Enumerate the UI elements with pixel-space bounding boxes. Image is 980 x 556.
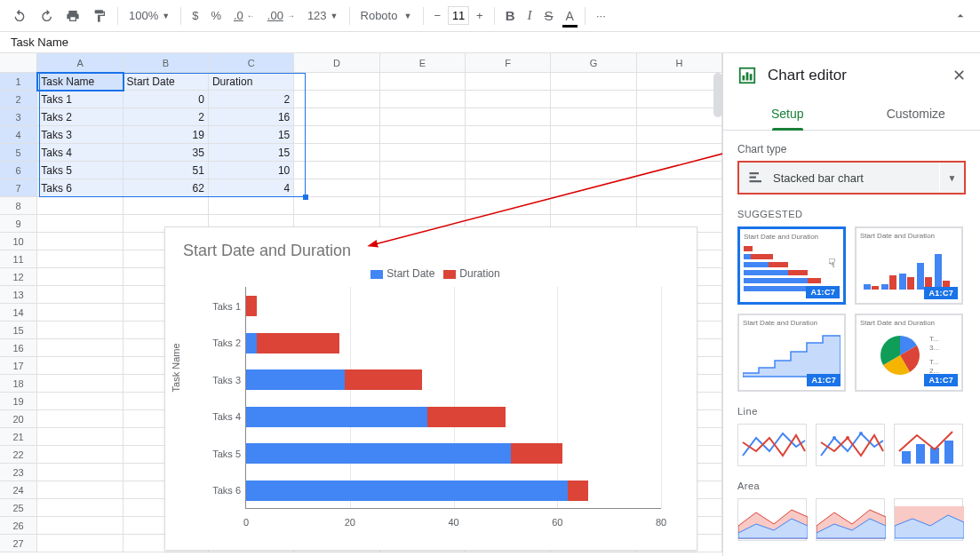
paint-format-button[interactable] xyxy=(87,5,112,27)
more-formats-select[interactable]: 123▼ xyxy=(302,5,344,26)
column-header[interactable]: A xyxy=(37,53,123,72)
column-header[interactable]: E xyxy=(380,53,466,72)
column-header[interactable]: F xyxy=(466,53,551,72)
suggested-chart-column[interactable]: Start Date and Duration A1:C7 xyxy=(855,226,963,305)
cell[interactable] xyxy=(37,375,123,393)
cell[interactable] xyxy=(37,268,123,286)
cell[interactable] xyxy=(37,322,123,339)
cell[interactable] xyxy=(294,73,379,91)
percent-button[interactable]: % xyxy=(205,5,227,26)
cell[interactable] xyxy=(294,108,379,126)
row-header[interactable]: 1 xyxy=(0,73,37,91)
cell[interactable] xyxy=(37,357,123,375)
row-header[interactable]: 25 xyxy=(0,499,37,517)
strikethrough-button[interactable]: S xyxy=(539,4,559,27)
cell[interactable] xyxy=(637,179,722,197)
cell[interactable] xyxy=(637,108,722,126)
cell[interactable]: 2 xyxy=(209,91,294,108)
row-header[interactable]: 8 xyxy=(0,197,37,215)
row-header[interactable]: 2 xyxy=(0,91,37,108)
spreadsheet-grid[interactable]: ABCDEFGH1Task NameStart DateDuration2Tak… xyxy=(0,53,722,556)
cell[interactable] xyxy=(294,144,379,162)
cell[interactable] xyxy=(37,215,123,233)
cell[interactable] xyxy=(37,410,123,428)
cell[interactable]: Task Name xyxy=(37,73,123,91)
row-header[interactable]: 12 xyxy=(0,268,37,286)
formula-bar[interactable]: Task Name xyxy=(0,32,980,53)
cell[interactable] xyxy=(294,197,379,215)
font-size-increase[interactable]: + xyxy=(471,5,489,26)
cell[interactable]: 4 xyxy=(209,179,294,197)
row-header[interactable]: 5 xyxy=(0,144,37,162)
cell[interactable] xyxy=(380,108,466,126)
row-header[interactable]: 9 xyxy=(0,215,37,233)
cell[interactable] xyxy=(294,91,379,108)
cell[interactable] xyxy=(37,304,123,322)
undo-button[interactable] xyxy=(7,5,32,27)
increase-decimal-button[interactable]: .00→ xyxy=(262,5,300,26)
row-header[interactable]: 6 xyxy=(0,162,37,179)
cell[interactable] xyxy=(380,144,466,162)
cell[interactable]: 2 xyxy=(123,108,209,126)
row-header[interactable]: 19 xyxy=(0,393,37,410)
line-chart-option-1[interactable] xyxy=(737,424,807,466)
cell[interactable]: Taks 2 xyxy=(37,108,123,126)
cell[interactable] xyxy=(466,91,551,108)
cell[interactable] xyxy=(37,517,123,535)
row-header[interactable]: 16 xyxy=(0,339,37,357)
cell[interactable]: Taks 1 xyxy=(37,91,123,108)
cell[interactable] xyxy=(551,179,636,197)
collapse-toolbar-button[interactable] xyxy=(948,5,973,27)
cell[interactable]: 62 xyxy=(123,179,209,197)
cell[interactable]: 10 xyxy=(209,162,294,179)
cell[interactable]: 16 xyxy=(209,108,294,126)
cell[interactable] xyxy=(551,91,636,108)
font-size-input[interactable] xyxy=(448,6,469,25)
row-header[interactable]: 26 xyxy=(0,517,37,535)
row-header[interactable]: 20 xyxy=(0,410,37,428)
line-chart-option-2[interactable] xyxy=(816,424,885,466)
cell[interactable] xyxy=(637,162,722,179)
currency-button[interactable]: $ xyxy=(187,5,203,26)
cell[interactable] xyxy=(551,197,636,215)
row-header[interactable]: 27 xyxy=(0,535,37,552)
cell[interactable]: Taks 3 xyxy=(37,126,123,144)
cell[interactable] xyxy=(551,162,636,179)
cell[interactable]: 0 xyxy=(123,91,209,108)
chart-type-caret-icon[interactable]: ▼ xyxy=(939,163,964,193)
cell[interactable] xyxy=(637,126,722,144)
column-header[interactable]: H xyxy=(637,53,722,72)
cell[interactable] xyxy=(37,233,123,250)
cell[interactable] xyxy=(294,126,379,144)
row-header[interactable]: 22 xyxy=(0,446,37,464)
area-chart-option-3[interactable] xyxy=(894,498,963,541)
cell[interactable] xyxy=(551,108,636,126)
row-header[interactable]: 21 xyxy=(0,428,37,446)
cell[interactable] xyxy=(37,286,123,304)
setup-tab[interactable]: Setup xyxy=(723,98,852,130)
cell[interactable] xyxy=(380,162,466,179)
cell[interactable] xyxy=(466,179,551,197)
area-chart-option-1[interactable] xyxy=(737,498,807,541)
zoom-select[interactable]: 100%▼ xyxy=(123,5,175,26)
cell[interactable] xyxy=(380,197,466,215)
row-header[interactable]: 10 xyxy=(0,233,37,250)
cell[interactable] xyxy=(466,197,551,215)
combo-chart-option[interactable] xyxy=(894,424,963,466)
cell[interactable] xyxy=(209,197,294,215)
cell[interactable] xyxy=(37,339,123,357)
cell[interactable] xyxy=(466,144,551,162)
customize-tab[interactable]: Customize xyxy=(852,98,981,130)
font-family-select[interactable]: Roboto▼ xyxy=(355,5,418,26)
chart-object[interactable]: Start Date and Duration Start DateDurati… xyxy=(164,226,697,551)
print-button[interactable] xyxy=(60,5,85,27)
row-header[interactable]: 15 xyxy=(0,322,37,339)
row-header[interactable]: 11 xyxy=(0,250,37,268)
toolbar-more-button[interactable]: ··· xyxy=(591,5,611,26)
cell[interactable] xyxy=(637,144,722,162)
row-header[interactable]: 3 xyxy=(0,108,37,126)
bold-button[interactable]: B xyxy=(500,4,521,27)
suggested-chart-stepped-area[interactable]: Start Date and Duration A1:C7 xyxy=(737,314,846,392)
cell[interactable] xyxy=(380,126,466,144)
cell[interactable] xyxy=(294,162,379,179)
